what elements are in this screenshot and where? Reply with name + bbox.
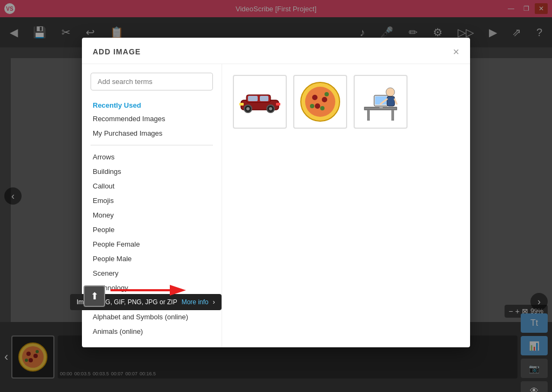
svg-point-33 [386,88,395,96]
svg-point-21 [312,95,318,100]
sidebar-item-callout[interactable]: Callout [82,179,222,193]
red-arrow [105,282,186,300]
import-button[interactable]: ⬆ [84,285,105,307]
svg-rect-17 [239,103,244,106]
sidebar-item-scenery[interactable]: Scenery [82,266,222,281]
image-thumb-person-desk[interactable] [354,75,408,129]
modal-header: ADD IMAGE × [82,38,470,64]
sidebar-item-people-male[interactable]: People Male [82,251,222,266]
svg-point-14 [246,107,250,110]
svg-rect-29 [391,110,394,121]
svg-rect-11 [248,96,258,101]
sidebar-item-arrows[interactable]: Arrows [82,150,222,164]
image-thumb-car[interactable] [233,75,287,129]
svg-point-26 [320,106,325,110]
svg-rect-18 [276,103,280,106]
sidebar-item-animals[interactable]: Animals (online) [82,324,222,339]
sidebar-item-people-female[interactable]: People Female [82,237,222,251]
svg-point-24 [310,104,314,108]
svg-rect-32 [380,106,383,108]
svg-rect-28 [367,110,370,121]
modal-close-button[interactable]: × [453,46,459,57]
sidebar-item-emojis[interactable]: Emojis [82,193,222,208]
sidebar-item-recommended[interactable]: Recommended Images [82,111,222,126]
sidebar-item-people[interactable]: People [82,222,222,237]
image-grid [222,64,470,347]
sidebar-item-money[interactable]: Money [82,208,222,222]
sidebar-item-recently-used[interactable]: Recently Used [82,99,222,111]
svg-point-16 [269,107,272,110]
svg-point-22 [322,97,327,102]
svg-rect-34 [387,96,395,106]
svg-marker-8 [170,285,186,296]
search-input[interactable] [91,73,213,90]
sidebar-item-buildings[interactable]: Buildings [82,164,222,179]
svg-point-25 [325,92,329,96]
svg-line-36 [395,99,397,104]
svg-point-23 [315,103,320,109]
modal-overlay: ADD IMAGE × Recently Used Recommended Im… [0,0,552,392]
sidebar-divider [91,145,213,145]
modal-title: ADD IMAGE [93,47,141,56]
sidebar-item-my-purchased[interactable]: My Purchased Images [82,126,222,141]
sidebar-item-alphabet[interactable]: Alphabet and Symbols (online) [82,310,222,324]
image-thumb-pizza[interactable] [293,75,347,129]
svg-point-20 [305,87,335,117]
svg-rect-12 [260,96,268,101]
